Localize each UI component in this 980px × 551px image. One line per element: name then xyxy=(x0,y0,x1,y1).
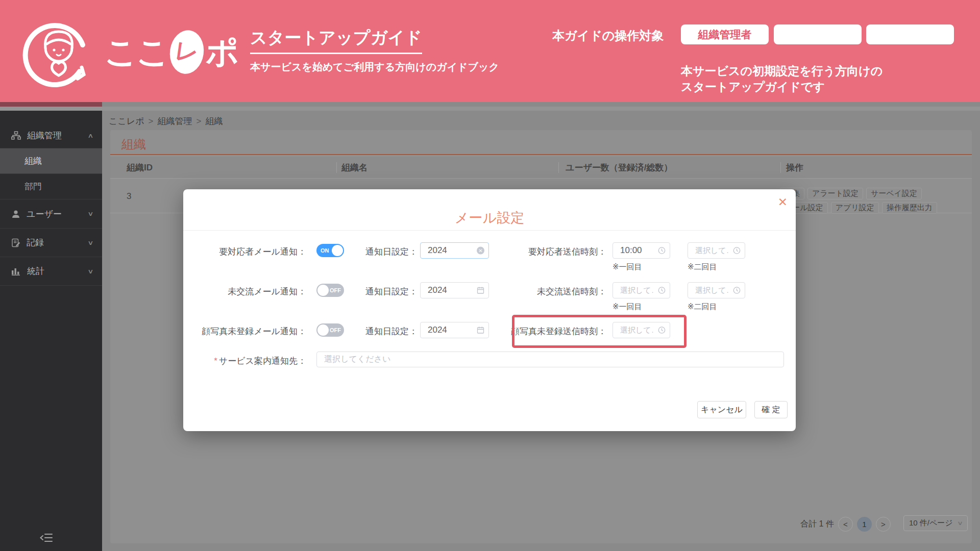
no-interaction-date-input[interactable]: 2024 xyxy=(420,282,489,298)
close-icon[interactable]: ✕ xyxy=(778,196,788,208)
notify-required-toggle[interactable]: ON xyxy=(316,244,344,257)
guide-title-block: スタートアップガイド 本サービスを始めてご利用する方向けのガイドブック xyxy=(250,27,499,74)
guide-subtitle: 本サービスを始めてご利用する方向けのガイドブック xyxy=(250,60,499,74)
notify-required-time2-input[interactable]: 選択して… xyxy=(688,242,745,259)
sidebar-collapse-button[interactable] xyxy=(39,532,54,544)
sidebar-item-label: 部門 xyxy=(24,181,42,192)
chevron-up-icon: ∧ xyxy=(87,132,93,139)
chevron-down-icon: ∨ xyxy=(87,268,93,275)
caret-down-icon: ∨ xyxy=(957,520,963,527)
sidebar-item-users[interactable]: ユーザー ∨ xyxy=(0,199,102,229)
column-header-actions: 操作 xyxy=(786,156,803,179)
time-value: 10:00 xyxy=(620,245,642,256)
date-value: 2024 xyxy=(428,285,447,295)
sitemap-icon xyxy=(11,131,21,140)
sidebar-item-org-management[interactable]: 組織管理 ∧ xyxy=(0,123,102,148)
notify-required-time1-input[interactable]: 10:00 xyxy=(612,242,670,259)
service-notify-input[interactable]: 選択してください xyxy=(316,352,784,367)
brand-logo: ここ レ ポ xyxy=(20,11,238,93)
pagination-total: 合計 1 件 xyxy=(800,519,834,530)
calendar-icon xyxy=(477,287,484,294)
guide-description: 本サービスの初期設定を行う方向けの スタートアップガイドです xyxy=(681,63,883,95)
guide-header: ここ レ ポ スタートアップガイド 本サービスを始めてご利用する方向けのガイドブ… xyxy=(0,0,980,102)
no-interaction-time2-input[interactable]: 選択して… xyxy=(688,282,745,298)
date-setting-label: 通知日設定： xyxy=(347,325,418,337)
stats-icon xyxy=(11,267,21,276)
breadcrumb-separator: > xyxy=(149,116,154,126)
arrow-right-icon: > xyxy=(881,520,886,529)
breadcrumb: ここレポ>組織管理>組織 xyxy=(109,115,223,127)
clock-icon xyxy=(733,287,741,294)
record-icon xyxy=(11,238,20,247)
page-size-select[interactable]: 10 件/ページ ∨ xyxy=(903,515,968,531)
calendar-icon xyxy=(477,327,484,334)
sidebar-item-department[interactable]: 部門 xyxy=(0,174,102,199)
sidebar-item-label: 統計 xyxy=(27,265,44,277)
survey-settings-button[interactable]: サーベイ設定 xyxy=(866,188,922,199)
user-icon xyxy=(11,210,20,218)
breadcrumb-item-org-management[interactable]: 組織管理 xyxy=(158,116,192,126)
row-action-buttons-line1: 編集 アラート設定 サーベイ設定 xyxy=(780,188,922,199)
alert-settings-button[interactable]: アラート設定 xyxy=(807,188,863,199)
no-interaction-time1-input[interactable]: 選択して… xyxy=(612,282,670,298)
cancel-button[interactable]: キャンセル xyxy=(697,401,746,418)
no-photo-time1-input[interactable]: 選択して… xyxy=(612,322,670,338)
operation-history-export-button[interactable]: 操作履歴出力 xyxy=(882,202,937,214)
mail-settings-modal: ✕ メール設定 要対応者メール通知： ON 通知日設定： 2024 ✕ 要対応者… xyxy=(183,189,796,431)
pagination-next-button[interactable]: > xyxy=(876,517,891,532)
notify-required-date-input[interactable]: 2024 ✕ xyxy=(420,242,489,259)
toggle-knob xyxy=(317,285,329,296)
brand-badge: レ xyxy=(167,28,206,76)
guide-description-line2: スタートアップガイドです xyxy=(681,79,883,95)
breadcrumb-item-home[interactable]: ここレポ xyxy=(109,116,144,126)
time-placeholder: 選択して… xyxy=(620,286,654,295)
table-header: 組織ID 組織名 ユーザー数（登録済/総数） 操作 xyxy=(110,156,972,179)
sidebar-item-records[interactable]: 記録 ∨ xyxy=(0,229,102,257)
first-time-note: ※一回目 xyxy=(612,302,642,312)
sidebar-item-stats[interactable]: 統計 ∨ xyxy=(0,257,102,286)
no-photo-date-input[interactable]: 2024 xyxy=(420,322,489,338)
confirm-button[interactable]: 確 定 xyxy=(754,401,788,418)
service-notify-placeholder: 選択してください xyxy=(324,354,390,365)
toggle-on-label: ON xyxy=(321,247,329,254)
row-action-buttons-line2: メール設定 アプリ設定 操作履歴出力 xyxy=(780,202,937,214)
brand-text-a: ここ xyxy=(104,30,168,74)
app-top-strip-brand-segment xyxy=(0,102,102,107)
time-placeholder: 選択して… xyxy=(695,286,729,295)
target-role-badge-empty-1 xyxy=(774,24,862,44)
arrow-left-icon: < xyxy=(843,520,848,529)
breadcrumb-item-org: 組織 xyxy=(205,116,223,126)
guide-target-label: 本ガイドの操作対象 xyxy=(552,28,664,44)
page-size-value: 10 件/ページ xyxy=(909,518,953,528)
date-setting-label: 通知日設定： xyxy=(347,286,418,297)
app-top-strip-2 xyxy=(0,107,980,111)
clock-icon xyxy=(733,247,741,255)
brand-logo-text: ここ レ ポ xyxy=(104,30,238,74)
column-header-org-id: 組織ID xyxy=(127,156,153,179)
column-header-user-count: ユーザー数（登録済/総数） xyxy=(566,156,673,179)
brand-logo-illustration xyxy=(20,11,97,93)
toggle-off-label: OFF xyxy=(330,327,341,333)
guide-description-line1: 本サービスの初期設定を行う方向けの xyxy=(681,63,883,79)
second-time-note: ※二回目 xyxy=(688,262,717,272)
target-role-badge-empty-2 xyxy=(866,24,954,44)
clear-icon[interactable]: ✕ xyxy=(477,247,484,255)
no-photo-toggle[interactable]: OFF xyxy=(316,323,344,337)
time-placeholder: 選択して… xyxy=(620,325,654,335)
sidebar-item-label: ユーザー xyxy=(27,208,62,220)
date-setting-label: 通知日設定： xyxy=(347,246,418,258)
no-interaction-toggle[interactable]: OFF xyxy=(316,284,344,297)
required-asterisk: * xyxy=(214,356,217,366)
notify-required-label: 要対応者メール通知： xyxy=(183,246,306,258)
app-settings-button[interactable]: アプリ設定 xyxy=(831,202,879,214)
modal-divider xyxy=(183,230,796,231)
sidebar-item-label: 組織 xyxy=(24,155,42,167)
time-placeholder: 選択して… xyxy=(695,246,729,256)
pagination-page-1[interactable]: 1 xyxy=(857,517,872,532)
sidebar: 組織管理 ∧ 組織 部門 ユーザー ∨ xyxy=(0,111,102,551)
org-id-cell: 3 xyxy=(127,191,131,202)
clock-icon xyxy=(658,247,666,255)
pagination-prev-button[interactable]: < xyxy=(838,517,853,532)
target-role-badge: 組織管理者 xyxy=(681,24,769,44)
sidebar-item-org[interactable]: 組織 xyxy=(0,148,102,174)
